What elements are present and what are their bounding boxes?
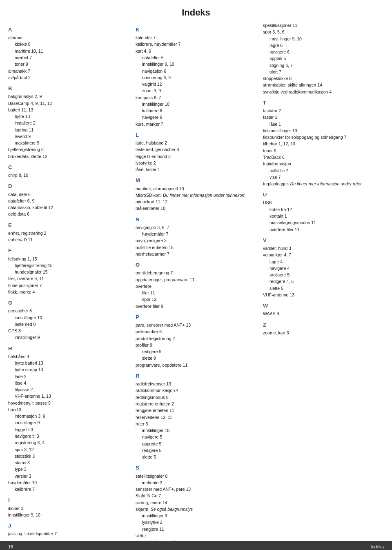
- index-entry: reservedeler 12, 13: [136, 414, 256, 421]
- index-entry: flokk, merke 4: [8, 289, 129, 295]
- index-entry: vise 7: [263, 174, 384, 180]
- index-entry: lysstyrke 2: [136, 519, 256, 526]
- index-entry: hundesignaler 15: [8, 269, 129, 275]
- index-entry: maritimt 10, 11: [8, 48, 129, 54]
- index-entry: tilbehør 1, 12, 13: [263, 140, 384, 147]
- index-entry: radiofrekvenser 13: [136, 381, 256, 387]
- index-entry: slette 5: [263, 285, 384, 292]
- section-letter-l: L: [136, 131, 256, 139]
- index-entry: pare, sensorer med ANT+ 13: [136, 322, 256, 328]
- index-entry: redningsmodus 8: [136, 394, 256, 401]
- index-entry: satellittsignaler 8: [136, 473, 256, 479]
- index-entry: tidsinnstillinger 10: [263, 127, 384, 134]
- index-entry: nærhetsalarmer 7: [136, 251, 256, 257]
- index-entry: innstillinger 10: [136, 427, 256, 434]
- index-entry: klokke 8: [8, 41, 129, 47]
- index-entry: orientering 6, 9: [136, 74, 256, 81]
- index-entry: redigere 4, 5: [263, 278, 384, 285]
- index-entry: geocacher 8: [8, 307, 129, 314]
- index-entry: høydemåler 7: [136, 231, 256, 237]
- index-entry: profiler 9: [136, 342, 256, 348]
- section-letter-n: N: [136, 216, 256, 223]
- index-entry: lade, halsbånd 2: [136, 140, 256, 146]
- index-entry: slette 9: [136, 355, 256, 361]
- section-letter-k: K: [136, 26, 256, 33]
- index-entry: TracBack 6: [263, 154, 384, 160]
- index-entry: MicroSD-kort. Du finner mer informasjon …: [136, 192, 256, 198]
- index-entry: brukerdata, slette 12: [8, 153, 129, 160]
- index-entry: opprette 5: [136, 441, 256, 447]
- index-entry: registrering 3, 4: [8, 439, 129, 446]
- index-entry: lagre 4: [263, 258, 384, 265]
- index-entry: filer 11: [136, 289, 256, 296]
- index-entry: slette 5: [136, 454, 256, 460]
- index-entry: stoppeklokke 8: [263, 75, 384, 82]
- index-entry: turplanlegger. Du finner mer informasjon…: [263, 180, 384, 187]
- index-entry: kart 4, 6: [136, 48, 256, 54]
- index-entry: data, dele 6: [8, 191, 129, 198]
- index-entry: kalibrere 6: [136, 107, 256, 114]
- index-entry: VHF-antenne 1, 13: [8, 393, 129, 399]
- index-entry: overføre: [136, 283, 256, 289]
- index-entry: nullstille 7: [263, 167, 384, 174]
- section-letter-p: P: [136, 314, 256, 321]
- index-entry: hovedmeny, tilpasse 9: [8, 400, 129, 406]
- index-entry: navigasjon 6: [136, 68, 256, 74]
- index-entry: nærhet 7: [8, 54, 129, 61]
- index-entry: finne posisjoner 7: [8, 282, 129, 289]
- index-entry: zoome, kart 3: [263, 330, 384, 336]
- index-entry: taster 1: [263, 114, 384, 120]
- index-entry: status 3: [8, 459, 129, 466]
- index-entry: enhet, registrering 2: [8, 230, 129, 236]
- index-entry: datafelter 6: [136, 54, 256, 61]
- index-entry: maritimt, alarmoppsett 10: [136, 185, 256, 192]
- section-letter-b: B: [8, 85, 129, 92]
- footer-label: Indeks: [371, 544, 384, 549]
- section-letter-m: M: [136, 177, 256, 184]
- index-entry: bytte 13: [8, 113, 129, 120]
- index-entry: redigere 9: [136, 348, 256, 355]
- index-entry: legge til en hund 3: [136, 153, 256, 160]
- index-entry: bytte stropp 13: [8, 366, 129, 373]
- index-entry: spor 12: [136, 296, 256, 303]
- index-entry: halsbånd 4: [8, 353, 129, 360]
- index-entry: statistikk 3: [8, 453, 129, 459]
- footer-page-number: 16: [8, 544, 13, 549]
- page-container: Indeks Aalarmerklokke 8maritimt 10, 11næ…: [0, 0, 392, 550]
- index-entry: lagring 11: [8, 127, 129, 133]
- section-letter-o: O: [136, 261, 256, 269]
- index-entry: spor 3, 12: [8, 446, 129, 453]
- index-entry: innstillinger 9, 10: [8, 512, 129, 518]
- index-entry: områdeberegning 7: [136, 269, 256, 276]
- index-entry: veipunkter 4, 7: [263, 252, 384, 258]
- index-entry: innstillinger 10: [8, 314, 129, 321]
- index-entry: programvare, oppdatere 11: [136, 362, 256, 368]
- page-title: Indeks: [0, 7, 392, 18]
- index-entry: innstillinger 9, 10: [136, 61, 256, 67]
- index-entry: zoom 3, 9: [136, 87, 256, 94]
- index-entry: tastatur 2: [263, 107, 384, 114]
- index-entry: strømkabler, skifte sikringen 14: [263, 82, 384, 88]
- index-entry: radiokommunikasjon 4: [136, 387, 256, 394]
- index-entry: navigere 4: [263, 265, 384, 272]
- index-entry: kalibrere, høydemåler 7: [136, 41, 256, 47]
- index-entry: overføre filer 8: [136, 303, 256, 310]
- section-letter-t: T: [263, 99, 384, 107]
- index-entry: spor 3, 5, 6: [263, 29, 384, 35]
- index-entry: slette: [136, 532, 256, 539]
- column-3: spesifikasjoner 11spor 3, 5, 6innstillin…: [260, 22, 384, 550]
- index-entry: batteri 11, 13: [8, 107, 129, 113]
- index-entry: innhente 2: [136, 479, 256, 486]
- index-entry: innstillinger 9: [8, 334, 129, 341]
- index-entry: av/på-tast 2: [8, 74, 129, 81]
- index-entry: rengjøre enheten 11: [136, 407, 256, 414]
- index-entry: Sight 'N Go 7: [136, 492, 256, 499]
- index-entry: masselagringsmodus 11: [263, 219, 384, 226]
- index-entry: minnekort 11, 12: [136, 198, 256, 205]
- section-letter-g: G: [8, 299, 129, 307]
- index-entry: projisere 5: [263, 272, 384, 278]
- index-entry: kurs, markør 7: [136, 121, 256, 127]
- index-entry: valgfritt 12: [136, 81, 256, 87]
- index-entry: bjefferegistrering 15: [8, 262, 129, 269]
- index-entry: navn, redigere 3: [136, 237, 256, 244]
